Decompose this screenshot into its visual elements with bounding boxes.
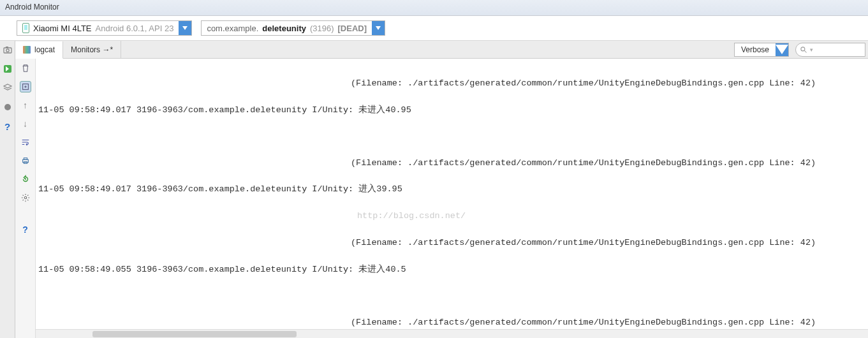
tab-bar: logcat Monitors →* Verbose ▾ <box>15 41 868 59</box>
log-output[interactable]: (Filename: ./artifacts/generated/common/… <box>36 59 868 329</box>
wrap-icon[interactable] <box>20 136 31 148</box>
log-level-selector[interactable]: Verbose <box>734 43 789 57</box>
logcat-icon <box>23 46 31 54</box>
chevron-down-icon[interactable] <box>776 43 788 56</box>
search-icon <box>800 46 807 54</box>
chevron-down-icon[interactable] <box>372 21 385 35</box>
log-line: 11-05 09:58:49.055 3196-3963/com.example… <box>38 263 865 277</box>
print-icon[interactable] <box>20 155 31 166</box>
down-arrow-icon[interactable]: ↓ <box>20 118 31 129</box>
log-file-annotation: (Filename: ./artifacts/generated/common/… <box>38 77 865 91</box>
log-file-annotation: (Filename: ./artifacts/generated/common/… <box>38 157 865 170</box>
process-state: [DEAD] <box>338 24 367 33</box>
tab-logcat-label: logcat <box>34 45 55 54</box>
process-name: deleteunity <box>262 24 306 33</box>
search-input[interactable]: ▾ <box>795 43 865 57</box>
device-toolbar: Xiaomi MI 4LTE Android 6.0.1, API 23 com… <box>0 16 868 41</box>
log-level-label: Verbose <box>735 45 776 54</box>
settings-icon[interactable] <box>20 192 31 203</box>
log-toolbar: ↑ ↓ ? <box>15 59 36 338</box>
svg-point-3 <box>801 47 805 50</box>
record-icon[interactable] <box>3 102 13 112</box>
device-name: Xiaomi MI 4LTE <box>33 24 92 33</box>
svg-rect-7 <box>24 158 27 160</box>
help-icon[interactable]: ? <box>20 224 31 235</box>
process-pid: (3196) <box>310 24 334 33</box>
log-file-annotation: (Filename: ./artifacts/generated/common/… <box>38 237 865 250</box>
svg-point-9 <box>24 196 27 199</box>
tab-monitors-label: Monitors →* <box>71 45 113 54</box>
camera-icon[interactable] <box>3 45 13 55</box>
phone-icon <box>22 23 29 33</box>
tab-logcat[interactable]: logcat <box>15 41 63 59</box>
run-icon[interactable] <box>3 64 13 74</box>
help-icon[interactable]: ? <box>3 121 13 131</box>
device-selector[interactable]: Xiaomi MI 4LTE Android 6.0.1, API 23 <box>17 20 192 36</box>
left-gutter: ? <box>0 41 15 338</box>
window-titlebar: Android Monitor <box>0 0 868 16</box>
watermark: http://blog.csdn.net/ <box>38 210 865 223</box>
log-line: 11-05 09:58:49.017 3196-3963/com.example… <box>38 183 865 196</box>
process-selector[interactable]: com.example.deleteunity (3196) [DEAD] <box>201 20 385 36</box>
process-prefix: com.example. <box>207 24 258 33</box>
log-line: 11-05 09:58:49.017 3196-3963/com.example… <box>38 104 865 117</box>
window-title: Android Monitor <box>5 3 59 11</box>
svg-rect-2 <box>6 47 8 48</box>
chevron-down-icon[interactable] <box>179 21 191 35</box>
scrollbar-thumb[interactable] <box>92 331 297 337</box>
tab-monitors[interactable]: Monitors →* <box>63 41 121 58</box>
device-detail: Android 6.0.1, API 23 <box>96 24 174 33</box>
layers-icon[interactable] <box>3 83 13 93</box>
restart-icon[interactable] <box>20 173 31 185</box>
up-arrow-icon[interactable]: ↑ <box>20 99 31 111</box>
log-file-annotation: (Filename: ./artifacts/generated/common/… <box>38 316 865 329</box>
horizontal-scrollbar[interactable] <box>36 329 868 338</box>
svg-point-1 <box>6 49 8 52</box>
scroll-lock-icon[interactable] <box>20 81 31 92</box>
clear-log-icon[interactable] <box>20 62 31 74</box>
svg-line-4 <box>805 50 807 52</box>
